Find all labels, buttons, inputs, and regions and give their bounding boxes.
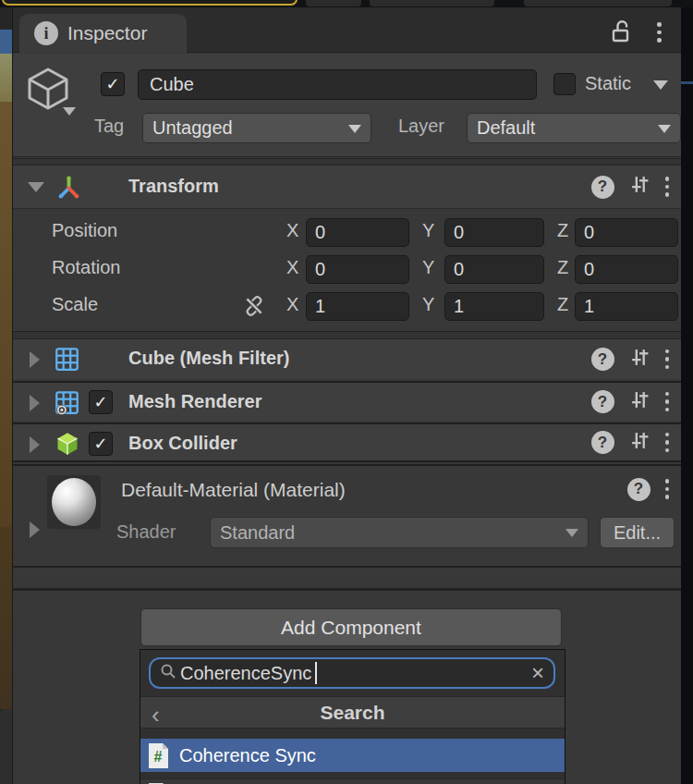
link-off-icon[interactable] — [242, 294, 266, 323]
add-component-popup: CoherenceSync × ‹ Search # Coherence Syn… — [140, 649, 565, 784]
text-caret — [315, 662, 317, 684]
section-divider — [13, 331, 682, 339]
y-axis-label: Y — [422, 257, 434, 278]
gameobject-active-checkbox[interactable]: ✓ — [101, 72, 125, 96]
box-collider-header: ✓ Box Collider ? — [13, 423, 682, 462]
toolbar-focused-field[interactable] — [2, 0, 298, 6]
search-value: CoherenceSync — [180, 663, 311, 684]
position-y-field[interactable]: 0 — [444, 218, 544, 247]
position-x-field[interactable]: 0 — [306, 218, 409, 247]
unity-editor-screen: i Inspector ✓ Cube — [0, 0, 693, 784]
clear-search-icon[interactable]: × — [531, 662, 544, 684]
help-icon[interactable]: ? — [591, 431, 614, 454]
gameobject-name-field[interactable]: Cube — [138, 69, 537, 100]
presets-icon[interactable] — [630, 390, 650, 414]
scale-row: Scale X 1 Y 1 Z 1 — [13, 292, 682, 321]
component-menu-icon[interactable] — [665, 392, 670, 412]
mesh-renderer-header: ✓ Mesh Renderer ? — [13, 381, 682, 421]
static-checkbox[interactable] — [553, 73, 576, 95]
inspector-menu-icon[interactable] — [657, 22, 662, 43]
shader-label: Shader — [116, 521, 176, 543]
position-label: Position — [52, 220, 117, 241]
scale-z-field[interactable]: 1 — [575, 292, 678, 321]
bottom-panel-corner — [0, 709, 12, 784]
shader-value: Standard — [220, 522, 295, 544]
foldout-open-icon[interactable] — [28, 182, 44, 192]
z-axis-label: Z — [557, 257, 568, 278]
toolbar-button-1[interactable] — [306, 0, 361, 6]
material-section: Default-Material (Material) ? Shader Sta… — [13, 464, 682, 566]
result-coherence-sync[interactable]: # Coherence Sync — [140, 739, 565, 772]
back-chevron-icon[interactable]: ‹ — [152, 701, 160, 729]
mesh-filter-header: Cube (Mesh Filter) ? — [13, 339, 682, 379]
search-results-header: ‹ Search — [140, 696, 565, 729]
rotation-x-field[interactable]: 0 — [306, 255, 409, 284]
unlock-icon[interactable] — [610, 18, 632, 49]
shader-dropdown: Standard — [210, 517, 589, 548]
info-icon: i — [34, 21, 58, 45]
box-collider-enabled-checkbox[interactable]: ✓ — [89, 432, 113, 456]
tab-inspector[interactable]: i Inspector — [19, 14, 187, 53]
presets-icon[interactable] — [630, 348, 650, 372]
search-icon — [160, 663, 176, 684]
rotation-z-field[interactable]: 0 — [575, 255, 678, 284]
inspector-tabbar: i Inspector — [13, 7, 682, 53]
rotation-y-field[interactable]: 0 — [444, 255, 544, 284]
edit-material-button[interactable]: Edit... — [600, 517, 675, 548]
add-component-button[interactable]: Add Component — [140, 608, 562, 646]
transform-title: Transform — [128, 176, 219, 197]
scene-view-sliver — [0, 7, 12, 784]
position-row: Position X 0 Y 0 Z 0 — [13, 218, 682, 247]
box-collider-title: Box Collider — [128, 433, 237, 454]
layer-label: Layer — [398, 116, 444, 137]
csharp-script-icon: # — [148, 742, 169, 769]
presets-icon[interactable] — [630, 175, 650, 199]
chevron-down-icon — [565, 529, 578, 537]
scale-label: Scale — [52, 294, 98, 315]
divider — [13, 588, 682, 591]
foldout-closed-icon[interactable] — [30, 521, 40, 538]
mesh-renderer-icon — [55, 390, 79, 420]
z-axis-label: Z — [557, 294, 568, 315]
tag-label: Tag — [94, 116, 124, 137]
mesh-renderer-enabled-checkbox[interactable]: ✓ — [89, 390, 113, 414]
x-axis-label: X — [286, 294, 298, 315]
hierarchy-selection-sliver — [0, 30, 12, 54]
help-icon[interactable]: ? — [591, 348, 614, 371]
foldout-closed-icon[interactable] — [30, 395, 40, 411]
static-label: Static — [585, 73, 631, 94]
presets-icon[interactable] — [630, 431, 650, 455]
position-z-field[interactable]: 0 — [575, 218, 678, 247]
mesh-filter-icon — [55, 347, 79, 376]
result-coherence-sync-baked[interactable]: Coherence Sync Baked Mesh — [140, 778, 565, 784]
x-axis-label: X — [286, 257, 298, 278]
gameobject-header: ✓ Cube Static Tag Untagged Layer Default — [13, 54, 682, 157]
material-menu-icon[interactable] — [665, 479, 670, 499]
y-axis-label: Y — [422, 294, 434, 315]
component-search-input[interactable]: CoherenceSync × — [149, 657, 555, 689]
help-icon[interactable]: ? — [627, 478, 650, 501]
help-icon[interactable]: ? — [591, 390, 614, 413]
search-header-label: Search — [320, 702, 384, 724]
divider — [13, 566, 682, 568]
panel-edge-gap — [681, 0, 693, 784]
scale-x-field[interactable]: 1 — [306, 292, 409, 321]
y-axis-label: Y — [422, 220, 434, 241]
tab-label: Inspector — [67, 22, 147, 44]
foldout-closed-icon[interactable] — [30, 351, 40, 368]
scale-y-field[interactable]: 1 — [444, 292, 544, 321]
component-menu-icon[interactable] — [665, 433, 670, 453]
z-axis-label: Z — [557, 220, 568, 241]
transform-header: Transform ? — [13, 165, 682, 209]
chevron-down-icon — [348, 125, 361, 133]
foldout-closed-icon[interactable] — [30, 436, 40, 453]
toolbar-button-2[interactable] — [370, 0, 494, 6]
toolbar-button-3[interactable] — [524, 0, 672, 6]
component-menu-icon[interactable] — [665, 349, 670, 370]
layer-dropdown[interactable]: Default — [467, 113, 681, 143]
static-dropdown-icon[interactable] — [653, 80, 668, 90]
chevron-down-icon[interactable] — [63, 107, 76, 116]
help-icon[interactable]: ? — [591, 176, 614, 199]
component-menu-icon[interactable] — [665, 177, 670, 197]
tag-dropdown[interactable]: Untagged — [142, 113, 371, 143]
